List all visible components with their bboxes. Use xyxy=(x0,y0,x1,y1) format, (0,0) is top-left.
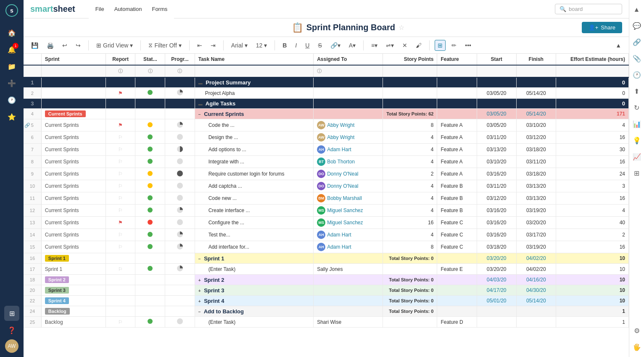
flag-empty-icon[interactable]: ⚐ xyxy=(118,207,123,213)
task-cell[interactable]: − Sprint 1 xyxy=(195,253,313,264)
task-cell[interactable]: + Sprint 4 xyxy=(195,296,313,306)
task-cell[interactable]: ▬ Agile Tasks xyxy=(195,99,313,109)
strikethrough-button[interactable]: S xyxy=(315,40,324,50)
task-cell[interactable]: + Sprint 3 xyxy=(195,285,313,296)
report-cell[interactable]: ⚐ xyxy=(106,241,135,253)
task-cell[interactable]: Design the ... xyxy=(195,131,313,144)
task-cell[interactable]: Add interface for... xyxy=(195,241,313,253)
col-header-start[interactable]: Start xyxy=(477,54,516,65)
report-cell[interactable]: ⚐ xyxy=(106,180,135,192)
collapse-icon[interactable]: + xyxy=(198,299,201,304)
user-avatar[interactable]: AW xyxy=(5,339,18,353)
nav-file[interactable]: File xyxy=(95,4,104,14)
task-cell[interactable]: Code the ... xyxy=(195,119,313,131)
task-cell[interactable]: (Enter Task) xyxy=(195,317,313,328)
indent-left-button[interactable]: ⇤ xyxy=(195,40,205,50)
print-button[interactable]: 🖨️ xyxy=(44,40,56,50)
report-cell[interactable]: ⚐ xyxy=(106,192,135,205)
report-cell[interactable]: ⚐ xyxy=(106,229,135,241)
underline-button[interactable]: U xyxy=(303,40,312,50)
task-cell[interactable]: Add options to ... xyxy=(195,144,313,156)
collapse-icon[interactable]: ▬ xyxy=(198,102,203,106)
report-cell[interactable]: ⚐ xyxy=(106,205,135,217)
sidebar-item-clock[interactable]: 🕐 xyxy=(4,92,19,108)
collapse-icon[interactable]: − xyxy=(198,112,201,117)
rpanel-grid-icon[interactable]: ⊞ xyxy=(631,167,642,180)
flag-icon[interactable]: ⚑ xyxy=(118,220,123,226)
col-header-assigned[interactable]: Assigned To xyxy=(314,54,383,65)
rpanel-settings-icon[interactable]: ⚙ xyxy=(631,324,642,337)
flag-empty-icon[interactable]: ⚐ xyxy=(118,147,123,152)
col-header-sprint[interactable]: Sprint xyxy=(41,54,106,65)
font-button[interactable]: Arial ▾ xyxy=(229,40,250,50)
task-cell[interactable]: Add captcha ... xyxy=(195,180,313,192)
sidebar-item-home[interactable]: 🏠 xyxy=(4,25,19,40)
flag-empty-icon[interactable]: ⚐ xyxy=(118,232,123,238)
collapse-icon[interactable]: + xyxy=(198,278,201,283)
rpanel-chart-icon[interactable]: 📈 xyxy=(630,150,644,163)
link-format-button[interactable]: 🔗▾ xyxy=(328,40,343,50)
search-box[interactable]: 🔍 board xyxy=(555,4,622,14)
collapse-icon[interactable]: + xyxy=(198,289,201,293)
collapse-icon[interactable]: ▬ xyxy=(198,81,203,85)
collapse-icon[interactable]: − xyxy=(198,310,201,314)
sidebar-item-notifications[interactable]: 🔔 1 xyxy=(4,42,19,57)
save-button[interactable]: 💾 xyxy=(29,40,41,50)
task-cell[interactable]: Code new ... xyxy=(195,192,313,205)
col-header-progress[interactable]: Progr... xyxy=(165,54,195,65)
col-header-report[interactable]: Report xyxy=(106,54,135,65)
col-header-task[interactable]: Task Name xyxy=(195,54,313,65)
report-cell[interactable]: ⚑ xyxy=(106,88,135,99)
flag-icon[interactable]: ⚑ xyxy=(118,90,123,96)
report-cell[interactable]: ⚐ xyxy=(106,317,135,328)
report-cell[interactable]: ⚐ xyxy=(106,264,135,275)
wrap-button[interactable]: ⇌▾ xyxy=(383,40,396,50)
task-cell[interactable]: − Current Sprints xyxy=(195,109,313,119)
task-cell[interactable]: Create interface ... xyxy=(195,205,313,217)
filter-button[interactable]: ⧖ Filter Off ▾ xyxy=(146,40,184,50)
indent-right-button[interactable]: ⇥ xyxy=(208,40,218,50)
task-cell[interactable]: (Enter Task) xyxy=(195,264,313,275)
favorite-star-icon[interactable]: ☆ xyxy=(399,24,404,32)
undo-button[interactable]: ↩ xyxy=(60,40,70,50)
task-cell[interactable]: Integrate with ... xyxy=(195,156,313,168)
rpanel-collapse-icon[interactable]: ▲ xyxy=(631,3,643,16)
report-cell[interactable]: ⚑ xyxy=(106,119,135,131)
rpanel-bulb-icon[interactable]: 💡 xyxy=(630,134,644,147)
grid-view-button[interactable]: ⊞ Grid View ▾ xyxy=(94,40,135,50)
board-view-button[interactable]: ⊞ xyxy=(435,40,446,51)
col-header-finish[interactable]: Finish xyxy=(516,54,556,65)
bold-button[interactable]: B xyxy=(280,40,289,50)
flag-empty-icon[interactable]: ⚐ xyxy=(118,319,123,325)
format-paint-button[interactable]: 🖌 xyxy=(413,40,424,50)
sidebar-item-favorites[interactable]: ⭐ xyxy=(4,109,19,124)
report-cell[interactable]: ⚐ xyxy=(106,168,135,180)
task-cell[interactable]: Configure the ... xyxy=(195,217,313,229)
color-button[interactable]: A▾ xyxy=(346,40,358,50)
flag-empty-icon[interactable]: ⚐ xyxy=(118,134,123,140)
nav-automation[interactable]: Automation xyxy=(114,4,142,14)
sidebar-item-help[interactable]: ❓ xyxy=(4,323,19,338)
redo-button[interactable]: ↪ xyxy=(73,40,83,50)
italic-button[interactable]: I xyxy=(293,40,299,50)
flag-empty-icon[interactable]: ⚐ xyxy=(118,159,123,165)
task-cell[interactable]: − Add to Backlog xyxy=(195,306,313,317)
nav-forms[interactable]: Forms xyxy=(152,4,167,14)
collapse-button[interactable]: ▲ xyxy=(613,40,624,50)
task-cell[interactable]: Project Alpha xyxy=(195,88,313,99)
sidebar-item-folders[interactable]: 📁 xyxy=(4,59,19,74)
more-button[interactable]: ••• xyxy=(462,40,474,50)
align-button[interactable]: ≡▾ xyxy=(369,40,380,50)
report-cell[interactable]: ⚐ xyxy=(106,144,135,156)
col-header-story[interactable]: Story Points xyxy=(383,54,437,65)
report-cell[interactable]: ⚐ xyxy=(106,131,135,144)
rpanel-link-icon[interactable]: 🔗 xyxy=(630,36,644,49)
rpanel-help-icon[interactable]: 🖐 xyxy=(630,341,644,354)
share-button[interactable]: 👤+ Share xyxy=(582,22,622,33)
rpanel-table-icon[interactable]: 📊 xyxy=(630,118,644,131)
flag-empty-icon[interactable]: ⚐ xyxy=(118,171,123,177)
flag-empty-icon[interactable]: ⚐ xyxy=(118,183,123,189)
clear-format-button[interactable]: ✕ xyxy=(400,40,410,50)
task-cell[interactable]: + Sprint 2 xyxy=(195,275,313,285)
sidebar-item-apps[interactable]: ⊞ xyxy=(4,306,19,321)
